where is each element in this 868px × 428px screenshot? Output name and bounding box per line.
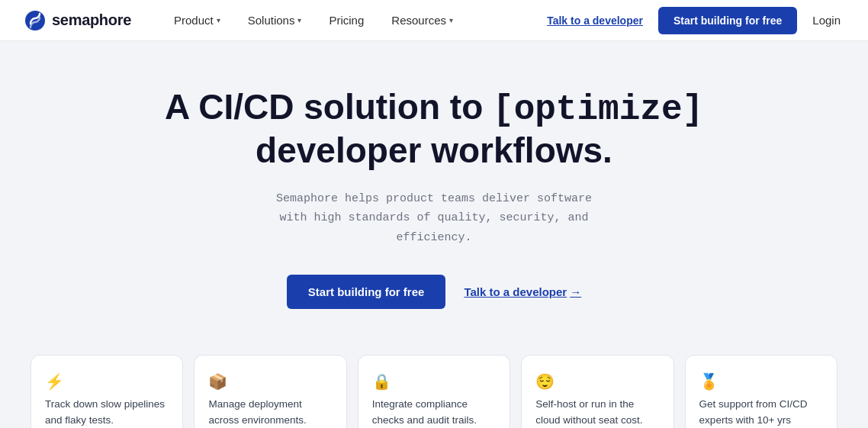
navbar-actions: Talk to a developer Start building for f…	[544, 7, 844, 34]
feature-text-2: Manage deployment across environments.	[208, 397, 332, 428]
nav-product[interactable]: Product ▾	[162, 8, 233, 33]
logo[interactable]: semaphore	[24, 10, 131, 31]
features-section: ⚡ Track down slow pipelines and flaky te…	[0, 340, 868, 428]
talk-to-developer-button[interactable]: Talk to a developer	[544, 8, 646, 33]
hero-title-part1: A CI/CD solution to	[165, 87, 493, 127]
medal-icon: 🏅	[699, 372, 719, 391]
feature-card-5: 🏅 Get support from CI/CD experts with 10…	[685, 355, 837, 428]
svg-point-0	[25, 11, 45, 31]
feature-card-4: 😌 Self-host or run in the cloud without …	[521, 355, 674, 428]
feature-card-2: 📦 Manage deployment across environments.	[194, 355, 346, 428]
feature-text-3: Integrate compliance checks and audit tr…	[372, 397, 496, 428]
feature-text-5: Get support from CI/CD experts with 10+ …	[699, 397, 823, 428]
hero-subtitle: Semaphore helps product teams deliver so…	[251, 189, 617, 248]
nav-links: Product ▾ Solutions ▾ Pricing Resources …	[162, 8, 544, 33]
feature-card-1: ⚡ Track down slow pipelines and flaky te…	[31, 355, 183, 428]
chevron-down-icon: ▾	[297, 16, 301, 24]
lightning-icon: ⚡	[45, 372, 64, 391]
hero-section: A CI/CD solution to [optimize] developer…	[0, 41, 868, 340]
logo-text: semaphore	[52, 11, 131, 29]
feature-card-3: 🔒 Integrate compliance checks and audit …	[358, 355, 510, 428]
package-icon: 📦	[208, 372, 227, 391]
feature-text-4: Self-host or run in the cloud without se…	[535, 397, 659, 428]
navbar: semaphore Product ▾ Solutions ▾ Pricing …	[0, 0, 868, 41]
chevron-down-icon: ▾	[449, 16, 453, 24]
relieved-face-icon: 😌	[535, 372, 555, 391]
arrow-icon: →	[570, 285, 581, 298]
hero-title-part2: developer workflows.	[256, 130, 612, 170]
lock-icon: 🔒	[372, 372, 391, 391]
hero-start-button[interactable]: Start building for free	[287, 275, 446, 309]
hero-title: A CI/CD solution to [optimize] developer…	[144, 87, 724, 171]
hero-title-highlight: [optimize]	[493, 90, 703, 130]
chevron-down-icon: ▾	[217, 16, 220, 24]
nav-pricing[interactable]: Pricing	[317, 8, 376, 33]
hero-buttons: Start building for free Talk to a develo…	[287, 275, 581, 309]
hero-talk-button[interactable]: Talk to a developer →	[464, 285, 581, 298]
start-building-button[interactable]: Start building for free	[658, 7, 797, 34]
nav-solutions[interactable]: Solutions ▾	[236, 8, 314, 33]
nav-resources[interactable]: Resources ▾	[379, 8, 465, 33]
login-button[interactable]: Login	[809, 8, 844, 33]
hero-talk-label: Talk to a developer	[464, 285, 567, 298]
feature-text-1: Track down slow pipelines and flaky test…	[45, 397, 169, 428]
semaphore-logo-icon	[24, 10, 46, 31]
